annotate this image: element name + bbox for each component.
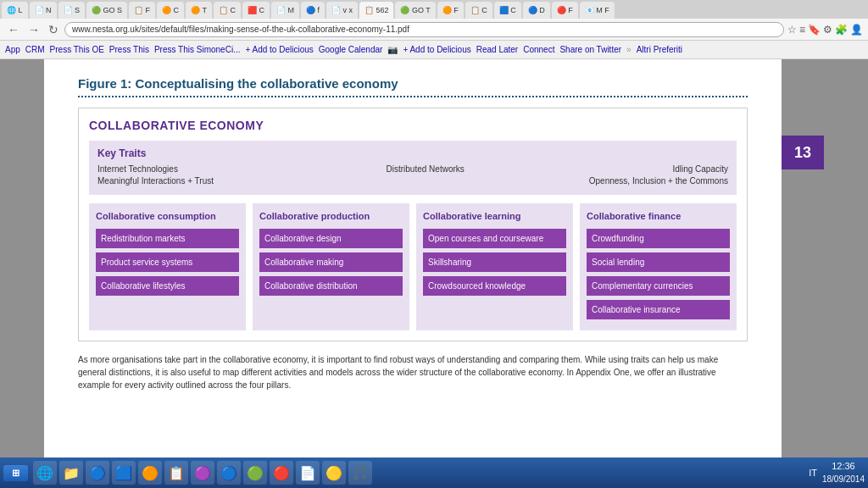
bm-app[interactable]: App: [5, 45, 20, 54]
taskbar-icon-3[interactable]: 🔵: [86, 461, 109, 485]
item-skillsharing: Skillsharing: [423, 252, 566, 272]
bm-read-later[interactable]: Read Later: [476, 45, 518, 54]
main-area: Figure 1: Conceptualising the collaborat…: [0, 59, 868, 488]
bm-gcal[interactable]: Google Calendar: [319, 45, 383, 54]
tab-15[interactable]: 🟠 F: [437, 2, 464, 19]
taskbar-icon-9[interactable]: 🟢: [243, 461, 267, 485]
page-content: Figure 1: Conceptualising the collaborat…: [44, 59, 782, 488]
col-finance-title: Collaborative finance: [587, 210, 730, 222]
trait-internet: Internet Technologies: [97, 164, 178, 174]
traits-row-1: Internet Technologies Distributed Networ…: [97, 164, 728, 174]
col-learning: Collaborative learning Open courses and …: [416, 203, 573, 330]
extensions-icon[interactable]: 🧩: [835, 24, 848, 36]
forward-button[interactable]: →: [25, 23, 42, 36]
taskbar-icon-ie[interactable]: 🌐: [33, 461, 57, 485]
tab-9[interactable]: 🟥 C: [242, 2, 270, 19]
tab-14[interactable]: 🟢 GO T: [395, 2, 435, 19]
start-button[interactable]: ⊞: [3, 465, 28, 481]
four-columns: Collaborative consumption Redistribution…: [89, 203, 737, 330]
bm-add-del2[interactable]: + Add to Delicious: [403, 45, 470, 54]
bookmark-icon[interactable]: 🔖: [808, 24, 821, 36]
col-finance: Collaborative finance Crowdfunding Socia…: [580, 203, 737, 330]
taskbar-icon-5[interactable]: 🟠: [138, 461, 162, 485]
taskbar-icon-6[interactable]: 📋: [164, 461, 188, 485]
settings-icon[interactable]: ⚙: [823, 24, 832, 36]
bm-connect[interactable]: Connect: [523, 45, 554, 54]
item-collab-insurance: Collaborative insurance: [587, 300, 730, 319]
tab-4[interactable]: 🟢 GO S: [86, 2, 127, 19]
item-complementary-currencies: Complementary currencies: [587, 276, 730, 296]
tab-1[interactable]: 🌐 L: [2, 2, 28, 19]
bm-altri[interactable]: Altri Preferiti: [637, 45, 682, 54]
key-traits-box: Key Traits Internet Technologies Distrib…: [89, 141, 737, 195]
bottom-paragraph: As more organisations take part in the c…: [78, 353, 748, 391]
taskbar-icon-8[interactable]: 🔵: [217, 461, 241, 485]
bm-press3[interactable]: Press This SimoneCi...: [154, 45, 241, 54]
col-consumption: Collaborative consumption Redistribution…: [89, 203, 246, 330]
page-number: 13: [782, 136, 824, 169]
tab-10[interactable]: 📄 M: [271, 2, 299, 19]
tab-5[interactable]: 📋 F: [129, 2, 155, 19]
taskbar-icons: 🌐 📁 🔵 🟦 🟠 📋 🟣 🔵 🟢 🔴 📄 🟡 🎵: [33, 461, 372, 485]
figure-title: Figure 1: Conceptualising the collaborat…: [78, 76, 748, 91]
trait-meaningful: Meaningful Interactions + Trust: [97, 176, 214, 186]
trait-openness: Openness, Inclusion + the Commons: [589, 176, 728, 186]
bookmarks-bar: App CRM Press This OE Press This Press T…: [0, 41, 868, 59]
bm-press2[interactable]: Press This: [109, 45, 149, 54]
bm-crm[interactable]: CRM: [25, 45, 45, 54]
item-redistribution: Redistribution markets: [96, 229, 239, 248]
tab-19[interactable]: 🔴 F: [552, 2, 578, 19]
col-consumption-title: Collaborative consumption: [96, 210, 239, 222]
item-crowdsourced-knowledge: Crowdsourced knowledge: [423, 276, 566, 296]
item-crowdfunding: Crowdfunding: [587, 229, 730, 248]
tab-18[interactable]: 🔵 D: [523, 2, 550, 19]
tab-11[interactable]: 🔵 f: [301, 2, 325, 19]
taskbar-icon-7[interactable]: 🟣: [191, 461, 214, 485]
star-icon[interactable]: ☆: [787, 24, 797, 36]
item-collab-design: Collaborative design: [259, 229, 403, 248]
bm-press1[interactable]: Press This OE: [50, 45, 104, 54]
tab-7[interactable]: 🟠 T: [186, 2, 212, 19]
bm-separator: »: [626, 45, 632, 54]
bm-add-del1[interactable]: + Add to Delicious: [245, 45, 313, 54]
taskbar-icon-folder[interactable]: 📁: [59, 461, 83, 485]
tab-20[interactable]: 📧 M F: [580, 2, 615, 19]
bm-share-twitter[interactable]: Share on Twitter: [559, 45, 621, 54]
reload-button[interactable]: ↻: [46, 23, 61, 36]
clock-date: 18/09/2014: [822, 474, 865, 485]
tab-6[interactable]: 🟠 C: [157, 2, 184, 19]
tab-bar: 🌐 L 📄 N 📄 S 🟢 GO S 📋 F 🟠 C 🟠 T 📋 C 🟥 C 📄…: [0, 0, 868, 19]
tab-2[interactable]: 📄 N: [30, 2, 57, 19]
clock-time: 12:36: [822, 460, 865, 473]
address-bar[interactable]: www.nesta.org.uk/sites/default/files/mak…: [64, 22, 784, 37]
item-collab-distribution: Collaborative distribution: [259, 276, 403, 296]
figure-label: Figure 1:: [78, 76, 131, 91]
page-scroll[interactable]: Figure 1: Conceptualising the collaborat…: [0, 59, 868, 488]
tab-12[interactable]: 📄 v x: [326, 2, 358, 19]
bm-img[interactable]: 📷: [387, 45, 398, 54]
taskbar: ⊞ 🌐 📁 🔵 🟦 🟠 📋 🟣 🔵 🟢 🔴 📄 🟡 🎵 IT 12:36 18/…: [0, 458, 868, 488]
taskbar-icon-10[interactable]: 🔴: [270, 461, 293, 485]
back-button[interactable]: ←: [5, 23, 22, 36]
tab-17[interactable]: 🟦 C: [494, 2, 521, 19]
taskbar-icon-12[interactable]: 🟡: [322, 461, 346, 485]
taskbar-icon-13[interactable]: 🎵: [348, 461, 372, 485]
taskbar-icon-11[interactable]: 📄: [296, 461, 320, 485]
collab-header: COLLABORATIVE ECONOMY: [89, 119, 737, 132]
trait-idling: Idling Capacity: [672, 164, 728, 174]
item-product-service: Product service systems: [96, 252, 239, 272]
item-collab-making: Collaborative making: [259, 252, 403, 272]
item-open-courses: Open courses and courseware: [423, 229, 566, 248]
user-icon[interactable]: 👤: [850, 24, 863, 36]
tab-8[interactable]: 📋 C: [214, 2, 241, 19]
taskbar-language: IT: [809, 468, 817, 478]
taskbar-icon-4[interactable]: 🟦: [112, 461, 136, 485]
taskbar-right: IT 12:36 18/09/2014: [809, 460, 865, 485]
tab-13[interactable]: 📋 562: [359, 2, 394, 19]
key-traits-title: Key Traits: [97, 147, 728, 159]
menu-icon[interactable]: ≡: [799, 24, 805, 36]
figure-title-bold: Conceptualising the collaborative econom…: [136, 76, 398, 91]
tab-3[interactable]: 📄 S: [58, 2, 86, 19]
tab-16[interactable]: 📋 C: [465, 2, 492, 19]
item-collab-lifestyles: Collaborative lifestyles: [96, 276, 239, 296]
